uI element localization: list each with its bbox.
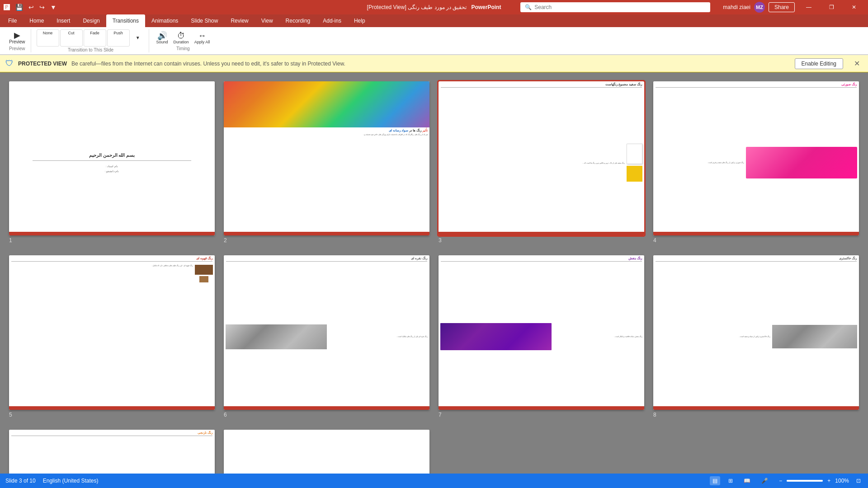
slide4-orange-bar [653,232,859,235]
push-transition-button[interactable]: Push [107,29,130,47]
ribbon-content: ▶ Preview Preview None Cut Fade Push ▼ T… [0,27,868,55]
reading-view-button[interactable]: 📖 [741,476,753,485]
normal-view-button[interactable]: ▤ [710,476,720,485]
tab-home[interactable]: Home [23,14,50,27]
preview-button[interactable]: ▶ Preview [7,30,27,45]
avatar[interactable]: MZ [754,2,765,13]
slide-thumb-9[interactable]: رنگ نارنجی رنگ نارنجی : ترکیب مثبت... [9,430,215,477]
tab-animations[interactable]: Animations [145,14,184,27]
slide-number-5: 5 [9,411,12,419]
slide-thumb-2[interactable]: تأثير رنگ ها در سواد رسانه ای هر یک از ر… [224,81,429,235]
customize-qat-button[interactable]: ▼ [48,3,58,12]
save-button[interactable]: 💾 [14,3,25,12]
slide-thumb-4[interactable]: رنگ صورتی رنگ صورتی ترکیبی از رنگ های سف… [653,81,859,235]
minimize-button[interactable]: — [798,0,819,14]
play-icon: ▶ [14,31,20,39]
shield-icon: 🛡 [5,59,14,68]
slide1-subtitle: نام استاد : [101,164,123,169]
slide6-title: رنگ نقره ای [226,257,427,260]
zoom-slider[interactable] [787,480,823,482]
quick-access-toolbar: 💾 ↩ ↪ ▼ [14,3,58,12]
search-input[interactable] [534,4,706,10]
slide-thumb-inner-2: تأثير رنگ ها در سواد رسانه ای هر یک از ر… [224,81,429,235]
apply-all-button[interactable]: ↔ Apply All [193,31,212,45]
none-transition-button[interactable]: None [37,29,59,47]
fit-slide-button[interactable]: ⊡ [854,477,863,485]
tab-view[interactable]: View [255,14,279,27]
restore-button[interactable]: ❐ [821,0,842,14]
app-name: PowerPoint [471,4,501,10]
slide-wrapper-7: رنگ بنفش رنگ بنفش نشانه خلاقیت و ابتکار … [439,255,644,409]
share-button[interactable]: Share [769,2,795,12]
slide3-yellow-box [627,166,642,182]
transitions-group-label: Transition to This Slide [68,47,113,52]
tab-help[interactable]: Help [348,14,372,27]
zoom-out-button[interactable]: − [776,476,785,485]
slide1-sub2: نام دانشجو : [100,169,123,174]
slide-sorter-button[interactable]: ⊞ [726,476,736,485]
slide-thumb-8[interactable]: رنگ خاکستری رنگ خاکستری ترکیبی از سیاه و… [653,255,859,409]
slide-number-1: 1 [9,236,12,244]
tab-file[interactable]: File [2,14,23,27]
sound-button[interactable]: 🔊 Sound [155,31,170,45]
redo-button[interactable]: ↪ [38,3,47,12]
tab-design[interactable]: Design [76,14,106,27]
timing-group-label: Timing [176,46,190,51]
more-transitions-button[interactable]: ▼ [131,34,145,41]
slide-thumb-3[interactable]: رنگ سفید مجموع رنگهاست رنگ سفید یکی از پ… [439,81,644,235]
slides-container: بسم الله الرحمن الرحيم نام استاد : نام د… [9,81,859,476]
ribbon: File Home Insert Design Transitions Anim… [0,14,868,55]
slide-thumb-5[interactable]: رنگ قهوه ای رنگ قهوه ای : این رنگ طیف ها… [9,255,215,409]
close-protected-bar-button[interactable]: ✕ [851,58,863,69]
document-title: [Protected View] تحقیق در مورد طیف رنگی [367,4,467,10]
tab-recording[interactable]: Recording [279,14,317,27]
slide-thumb-inner-5: رنگ قهوه ای رنگ قهوه ای : این رنگ طیف ها… [9,255,215,409]
slide-number-4: 4 [653,236,656,244]
slide-thumb-6[interactable]: رنگ نقره ای رنگ نقره ای یکی از رنگ های م… [224,255,429,409]
undo-button[interactable]: ↩ [27,3,36,12]
slide5-brown-box2 [199,276,208,282]
slide-grid: بسم الله الرحمن الرحيم نام استاد : نام د… [0,72,868,476]
ribbon-tabs: File Home Insert Design Transitions Anim… [0,14,868,27]
slide5-orange-bar [9,406,215,410]
zoom-controls: − + 100% [776,476,849,485]
tab-addins[interactable]: Add-ins [316,14,348,27]
zoom-slider-fill [787,480,823,482]
duration-button[interactable]: ⏱ Duration [172,31,191,45]
slide5-body: رنگ قهوه ای : این رنگ طیف های مختلفی دار… [11,265,193,267]
enable-editing-button[interactable]: Enable Editing [795,58,843,69]
slide7-image [440,323,552,350]
slide4-body: رنگ صورتی ترکیبی از رنگ های سفید و قرمز … [655,162,744,164]
user-name: mahdi ziaei [723,4,750,10]
slide7-orange-bar [439,406,644,410]
search-box[interactable]: 🔍 [520,2,710,12]
slide-thumb-inner-3: رنگ سفید مجموع رنگهاست رنگ سفید یکی از پ… [439,81,644,235]
cut-transition-button[interactable]: Cut [60,29,83,47]
tab-insert[interactable]: Insert [50,14,76,27]
fade-transition-button[interactable]: Fade [84,29,106,47]
tab-slideshow[interactable]: Slide Show [184,14,224,27]
protected-view-message: Be careful—files from the Internet can c… [71,61,790,67]
slide-thumb-1[interactable]: بسم الله الرحمن الرحيم نام استاد : نام د… [9,81,215,235]
duration-icon: ⏱ [177,32,185,40]
slide4-image [746,147,857,178]
slide-thumb-7[interactable]: رنگ بنفش رنگ بنفش نشانه خلاقیت و ابتکار … [439,255,644,409]
slide5-brown-box1 [195,265,213,275]
slide4-title: رنگ صورتی [656,83,857,86]
slide-thumb-10[interactable]: امید است مورد علاقت و قبول استاد محترم و… [224,430,429,477]
tab-review[interactable]: Review [224,14,255,27]
slide3-orange-bar [439,232,644,235]
slide-number-2: 2 [224,236,227,244]
zoom-in-button[interactable]: + [825,476,833,485]
tab-transitions[interactable]: Transitions [106,14,145,27]
ribbon-group-preview: ▶ Preview Preview [4,29,31,52]
duration-label: Duration [174,40,189,44]
presenter-view-button[interactable]: 🎤 [759,476,771,485]
slide8-body: رنگ خاکستری ترکیبی از سیاه و سفید است... [655,336,770,338]
slide9-title: رنگ نارنجی [11,431,212,435]
slide2-title-blue: سواد رسانه ای [389,129,408,132]
slide8-title: رنگ خاکستری [656,257,857,260]
slide2-title-red: تأثير [421,129,428,132]
apply-label: Apply All [194,40,210,44]
close-button[interactable]: ✕ [844,0,864,14]
